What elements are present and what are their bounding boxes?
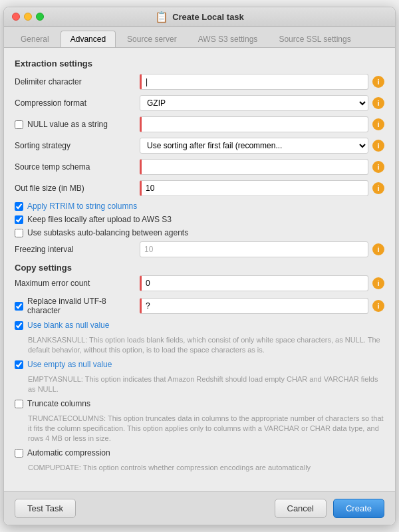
cancel-button[interactable]: Cancel	[275, 499, 327, 518]
use-blank-row: Use blank as null value BLANKSASNULL: Th…	[15, 321, 384, 356]
sorting-control: Use sorting after first fail (recommen..…	[140, 138, 384, 154]
create-button[interactable]: Create	[333, 499, 384, 518]
source-temp-row: Source temp schema i	[15, 159, 384, 175]
close-button[interactable]	[12, 13, 20, 21]
out-file-input[interactable]	[140, 180, 368, 196]
sorting-label: Sorting strategy	[15, 141, 134, 150]
sorting-info-icon[interactable]: i	[372, 140, 384, 152]
content-area: Extraction settings Delimiter character …	[4, 48, 395, 491]
source-temp-info-icon[interactable]: i	[372, 161, 384, 173]
max-error-info-icon[interactable]: i	[372, 277, 384, 289]
compression-label: Compression format	[15, 98, 134, 108]
source-temp-input[interactable]	[140, 159, 368, 175]
use-subtasks-checkbox[interactable]	[15, 229, 23, 237]
out-file-row: Out file size (in MB) i	[15, 180, 384, 196]
truncate-checkbox[interactable]	[15, 400, 23, 408]
tab-source-server[interactable]: Source server	[117, 31, 187, 47]
apply-rtrim-checkbox[interactable]	[15, 202, 23, 211]
apply-rtrim-row: Apply RTRIM to string columns	[15, 201, 384, 211]
use-blank-desc: BLANKSASNULL: This option loads blank fi…	[28, 335, 384, 356]
delimiter-row: Delimiter character i	[15, 74, 384, 90]
use-empty-row: Use empty as null value EMPTYASNULL: Thi…	[15, 360, 384, 395]
replace-invalid-label-wrap: Replace invalid UTF-8 character	[15, 297, 134, 315]
freezing-row: Freezing interval i	[15, 241, 384, 257]
delimiter-info-icon[interactable]: i	[372, 76, 384, 88]
sorting-select[interactable]: Use sorting after first fail (recommen..…	[140, 138, 368, 154]
window-title: 📋 Create Local task	[155, 11, 244, 23]
test-task-button[interactable]: Test Task	[15, 499, 76, 518]
replace-invalid-row: Replace invalid UTF-8 character i	[15, 297, 384, 315]
truncate-row: Truncate columns TRUNCATECOLUMNS: This o…	[15, 399, 384, 444]
auto-compress-desc: COMPUPDATE: This option controls whether…	[28, 463, 311, 473]
maximize-button[interactable]	[36, 13, 44, 21]
delimiter-label: Delimiter character	[15, 77, 134, 86]
null-value-input[interactable]	[140, 116, 368, 132]
freezing-label: Freezing interval	[15, 245, 134, 254]
footer: Test Task Cancel Create	[4, 491, 395, 525]
use-subtasks-row: Use subtasks auto-balancing between agen…	[15, 228, 384, 237]
compression-info-icon[interactable]: i	[372, 97, 384, 109]
replace-invalid-info-icon[interactable]: i	[372, 300, 384, 312]
use-blank-checkbox[interactable]	[15, 321, 23, 330]
use-subtasks-label: Use subtasks auto-balancing between agen…	[27, 228, 188, 237]
max-error-label: Maximum error count	[15, 279, 134, 288]
compression-row: Compression format GZIP BZIP2 NONE i	[15, 95, 384, 111]
delimiter-input[interactable]	[140, 74, 368, 90]
tab-advanced[interactable]: Advanced	[61, 31, 116, 47]
truncate-desc: TRUNCATECOLUMNS: This option truncates d…	[28, 414, 384, 444]
use-empty-label: Use empty as null value	[27, 360, 112, 369]
replace-invalid-control: i	[140, 298, 384, 314]
compression-control: GZIP BZIP2 NONE i	[140, 95, 384, 111]
delimiter-control: i	[140, 74, 384, 90]
minimize-button[interactable]	[24, 13, 32, 21]
auto-compress-checkbox[interactable]	[15, 449, 23, 458]
traffic-lights	[12, 13, 44, 21]
tab-source-ssl[interactable]: Source SSL settings	[269, 31, 360, 47]
sorting-row: Sorting strategy Use sorting after first…	[15, 138, 384, 154]
replace-invalid-input[interactable]	[140, 298, 368, 314]
title-icon: 📋	[155, 11, 168, 23]
compression-select[interactable]: GZIP BZIP2 NONE	[140, 95, 368, 111]
out-file-control: i	[140, 180, 384, 196]
max-error-row: Maximum error count i	[15, 275, 384, 291]
tab-aws-s3[interactable]: AWS S3 settings	[188, 31, 268, 47]
null-value-label: NULL value as a string	[27, 120, 108, 129]
out-file-info-icon[interactable]: i	[372, 182, 384, 194]
freezing-info-icon[interactable]: i	[372, 243, 384, 255]
null-value-control: i	[140, 116, 384, 132]
freezing-input[interactable]	[140, 241, 368, 257]
tab-general[interactable]: General	[11, 31, 59, 47]
null-value-label-wrap: NULL value as a string	[15, 120, 134, 129]
replace-invalid-label: Replace invalid UTF-8 character	[27, 297, 134, 315]
tab-bar: General Advanced Source server AWS S3 se…	[4, 27, 395, 48]
freezing-control: i	[140, 241, 384, 257]
null-value-row: NULL value as a string i	[15, 116, 384, 132]
null-value-info-icon[interactable]: i	[372, 118, 384, 130]
max-error-input[interactable]	[140, 275, 368, 291]
keep-files-checkbox[interactable]	[15, 215, 23, 224]
copy-header: Copy settings	[15, 263, 384, 273]
extraction-header: Extraction settings	[15, 59, 384, 68]
apply-rtrim-label: Apply RTRIM to string columns	[27, 201, 137, 211]
auto-compress-label: Automatic compression	[27, 448, 110, 458]
out-file-label: Out file size (in MB)	[15, 184, 134, 193]
use-empty-desc: EMPTYASNULL: This option indicates that …	[28, 374, 384, 395]
use-blank-label: Use blank as null value	[27, 321, 109, 330]
source-temp-control: i	[140, 159, 384, 175]
truncate-label: Truncate columns	[27, 399, 90, 408]
main-window: 📋 Create Local task General Advanced Sou…	[3, 7, 396, 525]
use-empty-checkbox[interactable]	[15, 360, 23, 369]
keep-files-row: Keep files locally after upload to AWS S…	[15, 215, 384, 224]
keep-files-label: Keep files locally after upload to AWS S…	[27, 215, 172, 224]
source-temp-label: Source temp schema	[15, 162, 134, 172]
auto-compress-row: Automatic compression COMPUPDATE: This o…	[15, 448, 384, 473]
max-error-control: i	[140, 275, 384, 291]
null-value-checkbox[interactable]	[15, 120, 23, 129]
title-bar: 📋 Create Local task	[4, 7, 395, 27]
replace-invalid-checkbox[interactable]	[15, 302, 23, 311]
